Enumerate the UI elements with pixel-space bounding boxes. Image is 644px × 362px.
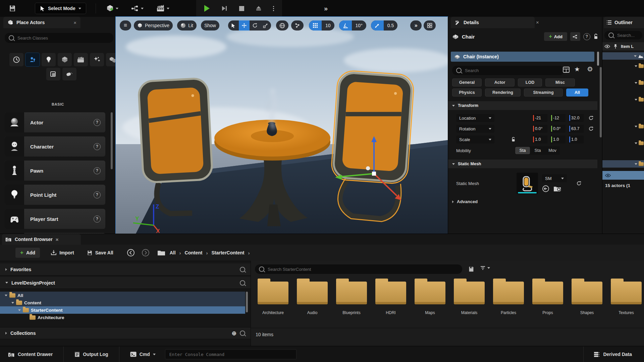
category-lights-button[interactable] [42,53,56,66]
visibility-column-icon[interactable] [604,45,610,48]
cb-add-button[interactable]: + Add [15,248,40,258]
close-icon[interactable]: × [56,237,59,242]
scale-snap-control[interactable]: 0.5 [371,20,397,31]
move-tool-button[interactable] [239,20,250,31]
tree-item-startercontent-selected[interactable]: StarterContent [0,306,245,314]
outliner-search-field[interactable] [604,31,642,40]
chip-lod[interactable]: LOD [518,78,542,86]
details-panel-scrollbar[interactable] [600,67,602,137]
details-scrollbar[interactable] [597,52,599,66]
scale-y-field[interactable]: 1.0 [550,135,566,143]
tree-scrollbar[interactable] [246,292,248,312]
category-volumes-button[interactable] [62,68,76,80]
favorites-section[interactable]: Favorites [0,263,251,276]
category-basic-button[interactable] [25,53,40,66]
details-tab[interactable]: Details [451,17,535,28]
help-icon[interactable]: ? [94,216,101,223]
scale-tool-button[interactable] [260,20,271,31]
favorites-star-icon[interactable]: ★ [574,65,580,73]
location-dropdown[interactable]: Location [456,114,494,122]
place-actor-item-character[interactable]: Character ? [5,136,105,157]
cb-forward-button[interactable] [140,248,152,257]
breadcrumb-all[interactable]: All [170,250,176,255]
folder-tile-materials[interactable]: Materials [454,282,485,315]
outliner-row-folder[interactable] [602,62,644,70]
reset-icon[interactable] [588,115,594,121]
advanced-row[interactable]: Advanced [452,199,478,204]
chip-misc[interactable]: Misc [545,78,575,86]
use-selected-asset-icon[interactable] [542,185,549,192]
static-mesh-thumbnail[interactable] [517,173,538,194]
tree-item-all[interactable]: All [0,292,245,299]
content-browser-tab[interactable]: Content Browser × [2,234,81,245]
location-z-field[interactable]: 32.0 [568,114,584,122]
folder-tile-audio[interactable]: Audio [297,282,328,315]
close-icon[interactable]: × [536,20,539,25]
folder-tile-maps[interactable]: Maps [415,282,445,315]
save-search-icon[interactable] [468,266,474,272]
viewport-options-button[interactable]: ≡ [120,20,131,31]
reset-icon[interactable] [588,126,594,131]
project-section[interactable]: LevelDesignProject [0,277,251,289]
outliner-row-folder[interactable] [602,123,644,130]
mobility-static[interactable]: Sta [515,147,530,154]
level-viewport[interactable]: Z Y X ≡ Perspective Lit Show [116,17,448,234]
unlock-icon[interactable] [593,34,598,40]
scale-snap-value[interactable]: 0.5 [384,23,397,28]
world-space-toggle[interactable] [276,20,288,31]
tree-item-content[interactable]: Content [0,299,245,306]
rotation-x-field[interactable]: 0.0° [532,125,547,133]
eject-button[interactable] [254,5,264,12]
details-search-field[interactable] [452,66,564,75]
category-recent-button[interactable] [9,53,23,66]
place-actors-tab[interactable]: Place Actors × [3,17,80,28]
scale-dropdown[interactable]: Scale [456,135,494,143]
display-filter-button[interactable] [561,66,572,73]
outliner-search-input[interactable] [616,33,638,38]
location-x-field[interactable]: -21 [532,114,547,122]
toolbar-overflow-button[interactable]: » [322,4,330,13]
cinematics-button[interactable] [154,4,171,12]
rotation-snap-value[interactable]: 10° [352,23,366,28]
maximize-viewport-button[interactable] [424,20,436,31]
save-button[interactable] [7,4,18,12]
visibility-icon[interactable] [605,174,611,177]
rotation-z-field[interactable]: 63.7 [568,125,584,133]
content-drawer-button[interactable]: Content Drawer [6,351,55,358]
place-actor-item-point-light[interactable]: Point Light ? [5,185,105,205]
grid-snap-value[interactable]: 10 [322,23,334,28]
rotate-tool-button[interactable] [250,20,260,31]
help-icon[interactable]: ? [94,143,101,150]
folder-tile-architecture[interactable]: Architecture [258,282,288,315]
folder-tile-shapes[interactable]: Shapes [572,282,602,315]
console-command-input[interactable] [169,352,293,357]
search-icon[interactable] [240,280,245,286]
tree-item-architecture[interactable]: Architecture [0,314,245,321]
folder-tile-blueprints[interactable]: Blueprints [336,282,367,315]
static-mesh-section-header[interactable]: Static Mesh [448,160,597,168]
show-dropdown[interactable]: Show [201,20,219,31]
place-actor-item-actor[interactable]: Actor ? [5,112,105,132]
output-log-button[interactable]: Output Log [72,351,110,358]
outliner-row-selected-actor[interactable] [602,171,644,180]
folder-tile-hdri[interactable]: HDRI [375,282,406,315]
outliner-row-folder[interactable] [602,79,644,86]
rotation-y-field[interactable]: 0.0° [550,125,566,133]
search-classes-field[interactable] [5,33,113,43]
chip-all[interactable]: All [566,88,588,97]
search-icon[interactable] [240,330,245,336]
cb-import-button[interactable]: Import [49,249,76,256]
chip-general[interactable]: General [452,78,482,86]
scale-lock-icon[interactable] [511,137,516,142]
blueprints-button[interactable] [129,5,146,12]
mobility-stationary[interactable]: Sta [530,148,545,153]
console-command-field[interactable] [165,349,297,359]
place-actors-scrollbar[interactable] [111,112,113,169]
help-icon[interactable]: ? [94,191,101,198]
select-mode-dropdown[interactable]: Select Mode [35,3,86,14]
chip-rendering[interactable]: Rendering [485,88,521,97]
play-options-button[interactable] [271,8,276,9]
folder-tile-textures[interactable]: Textures [611,282,642,315]
help-icon[interactable]: ? [583,33,590,40]
place-actor-item-player-start[interactable]: Player Start ? [5,209,105,229]
